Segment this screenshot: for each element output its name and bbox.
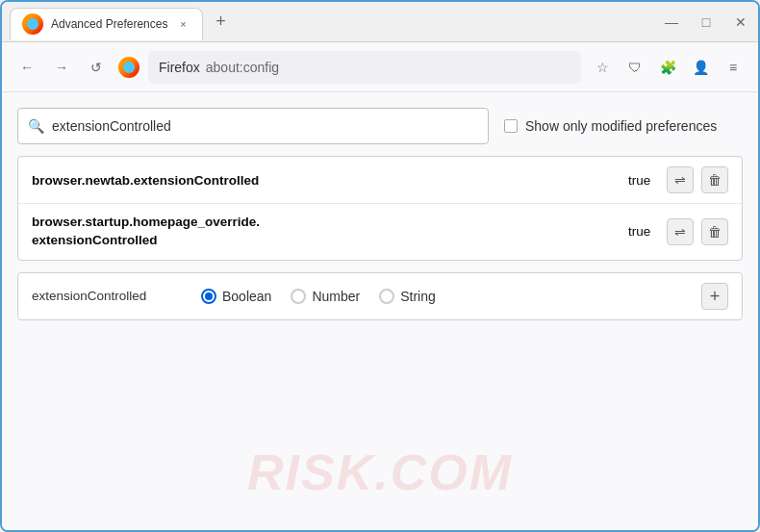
- pref-name-multiline: browser.startup.homepage_override. exten…: [32, 214, 621, 250]
- delete-button[interactable]: 🗑: [701, 166, 728, 193]
- toggle-button[interactable]: ⇌: [667, 218, 694, 245]
- delete-button[interactable]: 🗑: [701, 218, 728, 245]
- browser-name: Firefox: [159, 60, 200, 75]
- radio-group: Boolean Number String: [201, 289, 436, 304]
- title-bar: Advanced Preferences × + — □ ✕: [2, 2, 758, 42]
- pref-value: true: [628, 224, 667, 239]
- toggle-button[interactable]: ⇌: [667, 166, 694, 193]
- new-pref-row: extensionControlled Boolean Number Strin…: [17, 272, 743, 320]
- close-button[interactable]: ✕: [731, 13, 750, 32]
- radio-boolean-outer: [201, 289, 216, 304]
- search-input-wrapper[interactable]: 🔍: [17, 108, 489, 144]
- row-actions: ⇌ 🗑: [667, 218, 728, 245]
- extension-icon[interactable]: 🧩: [654, 54, 681, 81]
- radio-string[interactable]: String: [379, 289, 436, 304]
- new-tab-button[interactable]: +: [207, 9, 234, 36]
- row-actions: ⇌ 🗑: [667, 166, 728, 193]
- show-modified-wrapper: Show only modified preferences: [504, 118, 717, 134]
- browser-tab[interactable]: Advanced Preferences ×: [10, 8, 203, 40]
- add-button[interactable]: +: [701, 283, 728, 310]
- bookmark-icon[interactable]: ☆: [589, 54, 616, 81]
- profile-icon[interactable]: 👤: [687, 54, 714, 81]
- tab-close-button[interactable]: ×: [175, 16, 190, 32]
- watermark: RISK.COM: [247, 443, 513, 501]
- search-icon: 🔍: [28, 118, 44, 134]
- table-row: browser.startup.homepage_override. exten…: [18, 204, 742, 260]
- maximize-button[interactable]: □: [697, 13, 716, 32]
- pref-name-line2: extensionControlled: [32, 233, 158, 247]
- pref-value: true: [628, 173, 667, 188]
- shield-icon[interactable]: 🛡: [621, 54, 648, 81]
- search-input[interactable]: [52, 118, 478, 134]
- browser-window: Advanced Preferences × + — □ ✕ ← → ↺ Fir…: [0, 0, 760, 532]
- search-bar: 🔍 Show only modified preferences: [17, 108, 743, 144]
- radio-number-label: Number: [312, 289, 360, 304]
- pref-name: browser.newtab.extensionControlled: [32, 173, 621, 188]
- back-button[interactable]: ←: [13, 54, 40, 81]
- nav-bar: ← → ↺ Firefox about:config ☆ 🛡 🧩 👤 ≡: [2, 42, 758, 92]
- new-pref-name: extensionControlled: [32, 289, 186, 303]
- address-url: about:config: [206, 60, 279, 75]
- radio-number[interactable]: Number: [291, 289, 360, 304]
- address-bar[interactable]: Firefox about:config: [148, 51, 581, 84]
- radio-number-outer: [291, 289, 306, 304]
- settings-icon[interactable]: ≡: [720, 54, 747, 81]
- radio-boolean[interactable]: Boolean: [201, 289, 271, 304]
- tab-title: Advanced Preferences: [51, 17, 167, 31]
- firefox-logo: [117, 56, 140, 79]
- pref-name-line1: browser.startup.homepage_override.: [32, 215, 260, 229]
- radio-string-outer: [379, 289, 394, 304]
- tab-favicon: [22, 13, 43, 35]
- table-row: browser.newtab.extensionControlled true …: [18, 157, 742, 204]
- refresh-button[interactable]: ↺: [83, 54, 110, 81]
- minimize-button[interactable]: —: [662, 13, 681, 32]
- page-content: 🔍 Show only modified preferences browser…: [2, 92, 758, 530]
- window-controls: — □ ✕: [662, 13, 750, 32]
- show-modified-checkbox[interactable]: [504, 119, 518, 133]
- nav-icons: ☆ 🛡 🧩 👤 ≡: [589, 54, 747, 81]
- radio-string-label: String: [400, 289, 436, 304]
- forward-button[interactable]: →: [48, 54, 75, 81]
- radio-boolean-label: Boolean: [222, 289, 271, 304]
- results-table: browser.newtab.extensionControlled true …: [17, 156, 743, 261]
- show-modified-label: Show only modified preferences: [525, 118, 717, 134]
- radio-boolean-inner: [205, 292, 213, 300]
